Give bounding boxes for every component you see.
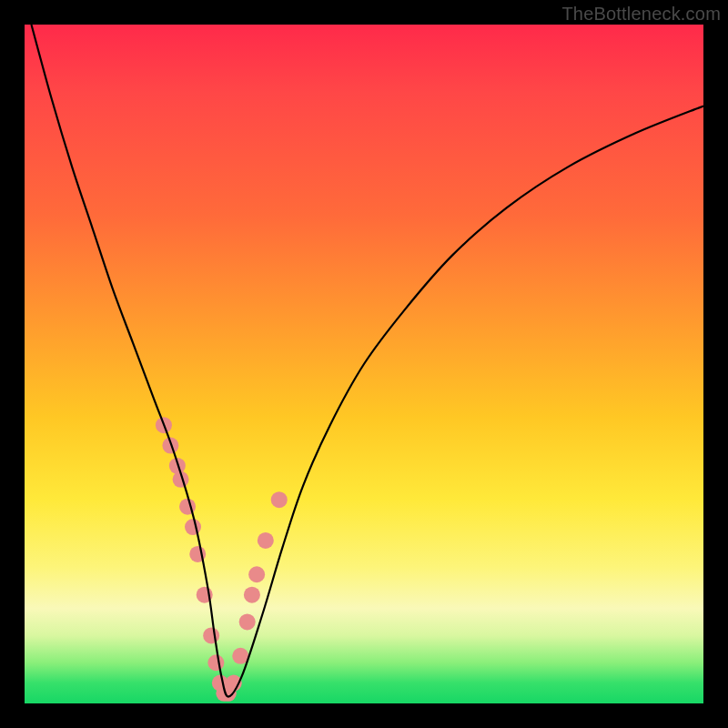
marker-point [203,627,219,643]
marker-point [258,532,274,549]
chart-frame: TheBottleneck.com [0,0,728,728]
marker-point [244,587,260,603]
marker-point [239,613,256,630]
watermark-text: TheBottleneck.com [561,4,721,25]
marker-point [207,654,224,671]
curve-svg [25,25,703,703]
bottleneck-curve [31,25,703,697]
marker-point [271,491,288,508]
marker-point [248,566,265,582]
plot-area [25,25,703,703]
marker-point [185,519,201,535]
